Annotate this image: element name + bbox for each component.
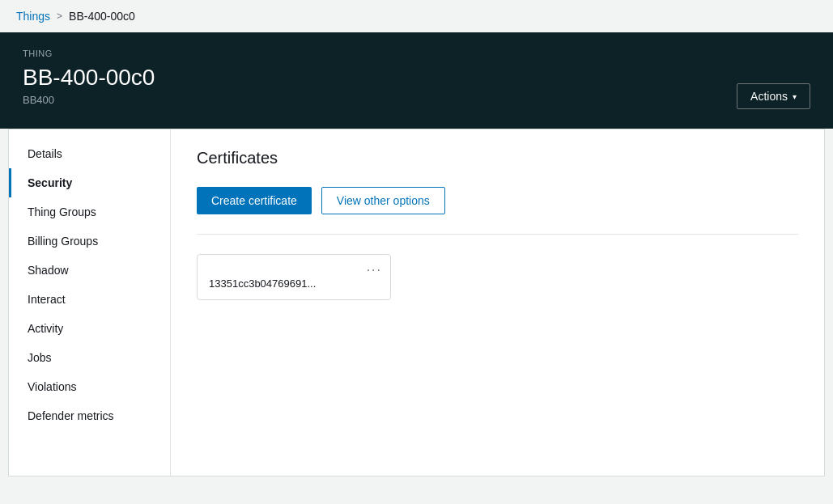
- sidebar-item-defender-metrics[interactable]: Defender metrics: [9, 401, 170, 430]
- sidebar-item-thing-groups[interactable]: Thing Groups: [9, 197, 170, 227]
- divider: [197, 234, 798, 235]
- sidebar-item-interact[interactable]: Interact: [9, 285, 170, 314]
- content-area: Certificates Create certificate View oth…: [171, 129, 824, 476]
- breadcrumb-separator: >: [57, 11, 62, 22]
- sidebar-item-billing-groups[interactable]: Billing Groups: [9, 227, 170, 256]
- actions-button[interactable]: Actions ▾: [737, 83, 810, 109]
- thing-name: BB-400-00c0: [23, 65, 810, 91]
- sidebar-item-shadow[interactable]: Shadow: [9, 256, 170, 285]
- sidebar-item-activity[interactable]: Activity: [9, 314, 170, 343]
- certificates-title: Certificates: [197, 149, 798, 167]
- breadcrumb-link[interactable]: Things: [16, 10, 50, 23]
- sidebar-item-details[interactable]: Details: [9, 139, 170, 168]
- main-container: DetailsSecurityThing GroupsBilling Group…: [8, 129, 825, 476]
- view-other-options-button[interactable]: View other options: [321, 187, 445, 214]
- certificate-card: ··· 13351cc3b04769691...: [197, 254, 391, 300]
- certificate-id[interactable]: 13351cc3b04769691...: [209, 277, 379, 290]
- sidebar: DetailsSecurityThing GroupsBilling Group…: [9, 129, 171, 476]
- create-certificate-button[interactable]: Create certificate: [197, 187, 312, 214]
- certificate-menu-icon[interactable]: ···: [367, 263, 382, 277]
- chevron-down-icon: ▾: [793, 92, 797, 101]
- actions-label: Actions: [750, 90, 788, 103]
- sidebar-item-security[interactable]: Security: [9, 168, 170, 197]
- breadcrumb-current: BB-400-00c0: [69, 10, 135, 23]
- page-header: THING BB-400-00c0 BB400 Actions ▾: [0, 32, 833, 129]
- breadcrumb: Things > BB-400-00c0: [0, 0, 833, 32]
- button-row: Create certificate View other options: [197, 187, 798, 214]
- thing-type: BB400: [23, 94, 810, 106]
- thing-label: THING: [23, 49, 810, 58]
- sidebar-item-jobs[interactable]: Jobs: [9, 343, 170, 372]
- sidebar-item-violations[interactable]: Violations: [9, 372, 170, 401]
